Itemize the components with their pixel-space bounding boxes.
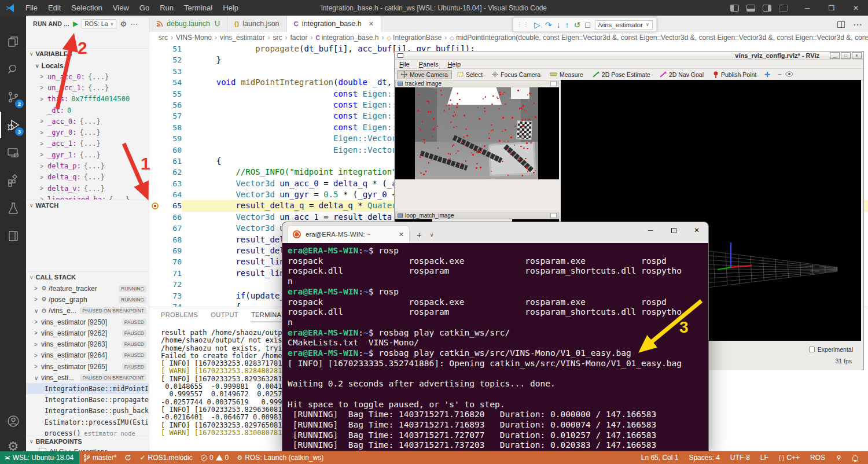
- editor-more-icon[interactable]: ⋯: [853, 19, 862, 30]
- chevron-icon[interactable]: >: [34, 330, 41, 336]
- stop-icon[interactable]: □: [585, 20, 590, 30]
- breakpoint-gutter[interactable]: [149, 212, 161, 223]
- callstack-section-header[interactable]: ∨CALL STACK: [26, 271, 149, 282]
- rviz-close-button[interactable]: x: [852, 52, 862, 59]
- source-control-icon[interactable]: 2: [0, 84, 26, 111]
- remote-explorer-icon[interactable]: [0, 139, 26, 166]
- language-mode-item[interactable]: { }C++: [775, 454, 804, 462]
- terminal-tab[interactable]: era@ERA-MS-WIN: ~ ✕: [287, 225, 410, 243]
- menu-selection[interactable]: Selection: [66, 0, 107, 16]
- watch-section-header[interactable]: ∨WATCH: [26, 200, 149, 211]
- debug-target-select[interactable]: /vins_estimator∨: [595, 20, 653, 30]
- variable-row[interactable]: >delta_p:{...}: [26, 160, 149, 171]
- menu-run[interactable]: Run: [155, 0, 179, 16]
- more-actions-icon[interactable]: ⋯: [130, 20, 138, 28]
- breakpoint-gutter[interactable]: [149, 54, 161, 65]
- breadcrumb-item[interactable]: factor: [290, 34, 307, 42]
- tab-dropdown-icon[interactable]: ∨: [430, 232, 434, 238]
- drag-handle-icon[interactable]: ⋮⋮: [517, 21, 529, 28]
- maximize-button[interactable]: ❐: [819, 0, 844, 16]
- menu-edit[interactable]: Edit: [43, 0, 66, 16]
- panel-tab-terminal[interactable]: TERMINAL: [251, 307, 285, 322]
- rviz-titlebar[interactable]: vins_rviz_config.rviz* - RViz _ □ x: [395, 51, 863, 60]
- extensions-icon[interactable]: [0, 167, 26, 194]
- menu-help[interactable]: Help: [218, 0, 244, 16]
- variable-row[interactable]: >_gyr_0:{...}: [26, 127, 149, 138]
- breakpoint-gutter[interactable]: [149, 178, 161, 189]
- step-over-icon[interactable]: ↷: [545, 20, 552, 30]
- chevron-icon[interactable]: >: [40, 130, 47, 136]
- test-explorer-icon[interactable]: [0, 195, 26, 222]
- panel-tab-problems[interactable]: PROBLEMS: [161, 307, 198, 322]
- remote-indicator[interactable]: ><WSL: Ubuntu-18.04: [0, 451, 79, 464]
- breakpoint-row[interactable]: All C++ Exceptions: [26, 446, 149, 451]
- ros-launch-item[interactable]: ⚙ROS: Launch (catkin_ws): [233, 454, 328, 462]
- continue-icon[interactable]: ▷: [534, 20, 540, 30]
- cursor-position-item[interactable]: Ln 65, Col 1: [637, 454, 683, 462]
- chevron-icon[interactable]: >: [40, 118, 47, 124]
- breakpoint-gutter[interactable]: [149, 145, 161, 156]
- breakpoint-gutter[interactable]: [149, 43, 161, 54]
- breakpoints-section-header[interactable]: ∨BREAKPOINTS: [26, 436, 149, 447]
- variable-row[interactable]: >delta_v:{...}: [26, 183, 149, 194]
- eol-item[interactable]: LF: [756, 454, 773, 462]
- menu-terminal[interactable]: Terminal: [179, 0, 218, 16]
- search-icon[interactable]: [0, 56, 26, 83]
- measure-tool[interactable]: Measure: [546, 70, 587, 79]
- pin-icon[interactable]: [832, 455, 846, 461]
- chevron-icon[interactable]: >: [34, 319, 41, 325]
- breadcrumb-item[interactable]: src: [159, 34, 168, 42]
- stack-frame[interactable]: IntegrationBase::propagate(c: [26, 394, 149, 405]
- breakpoint-gutter[interactable]: [149, 245, 161, 256]
- breakpoint-gutter[interactable]: [149, 301, 161, 307]
- chevron-icon[interactable]: >: [40, 174, 47, 181]
- breakpoint-gutter[interactable]: [149, 290, 161, 301]
- panel-tab-output[interactable]: OUTPUT: [211, 307, 238, 322]
- breadcrumb-item[interactable]: ◇IntegrationBase: [387, 34, 442, 42]
- breakpoint-gutter[interactable]: [149, 167, 161, 178]
- encoding-item[interactable]: UTF-8: [726, 454, 754, 462]
- variable-row[interactable]: >linearized_ba:{...}: [26, 194, 149, 200]
- rviz-visibility-icon[interactable]: [785, 71, 793, 78]
- integrated-terminal-output[interactable]: result path /home/shaozu/output///home/s…: [161, 329, 299, 437]
- tab-close-icon[interactable]: ✕: [369, 20, 374, 28]
- breakpoint-gutter[interactable]: [149, 189, 161, 200]
- variable-row[interactable]: >_acc_0:{...}: [26, 116, 149, 127]
- float-panel-icon[interactable]: [550, 81, 557, 86]
- explorer-icon[interactable]: [0, 28, 26, 55]
- breakpoint-gutter[interactable]: [149, 223, 161, 234]
- chevron-icon[interactable]: >: [40, 163, 47, 170]
- move-camera-tool[interactable]: Move Camera: [397, 70, 452, 79]
- callstack-thread[interactable]: ∨⚙/vins_e...PAUSED ON BREAKPOINT: [26, 305, 149, 316]
- toggle-sidebar-icon[interactable]: [730, 5, 739, 12]
- breakpoint-gutter[interactable]: [149, 268, 161, 279]
- toggle-secondary-sidebar-icon[interactable]: [763, 5, 771, 12]
- stack-frame[interactable]: IntegrationBase::midPointInt: [26, 383, 149, 394]
- breakpoint-gutter[interactable]: [149, 77, 161, 88]
- variable-row[interactable]: >this:0x7fffd4014500: [26, 94, 149, 105]
- breadcrumb-item[interactable]: src: [273, 34, 282, 42]
- breakpoint-gutter[interactable]: [149, 200, 161, 211]
- notebook-icon[interactable]: [0, 223, 26, 249]
- breadcrumb-item[interactable]: Cintegration_base.h: [315, 34, 378, 42]
- rviz-menu-panels[interactable]: Panels: [419, 61, 439, 68]
- rviz-maximize-button[interactable]: □: [841, 52, 851, 59]
- close-button[interactable]: ✕: [844, 0, 868, 16]
- restart-icon[interactable]: ↺: [574, 20, 581, 30]
- chevron-icon[interactable]: >: [40, 73, 47, 80]
- callstack-thread[interactable]: >⚙/feature_trackerRUNNING: [26, 283, 149, 294]
- chevron-icon[interactable]: >: [40, 96, 47, 102]
- minimize-button[interactable]: ─: [795, 0, 819, 16]
- customize-layout-icon[interactable]: [779, 5, 788, 12]
- terminal-titlebar[interactable]: era@ERA-MS-WIN: ~ ✕ + ∨ ─ ✕: [282, 222, 708, 243]
- variable-row[interactable]: >_gyr_1:{...}: [26, 149, 149, 160]
- breakpoint-gutter[interactable]: [149, 66, 161, 77]
- chevron-icon[interactable]: >: [40, 185, 47, 192]
- rviz-add-icon[interactable]: ✛: [762, 71, 773, 79]
- ros-distro-item[interactable]: ✓ROS1.melodic: [135, 454, 196, 462]
- step-into-icon[interactable]: ↓: [557, 20, 561, 30]
- tab-integration_base.h[interactable]: Cintegration_base.h✕: [287, 16, 381, 32]
- rviz-menu-help[interactable]: Help: [447, 61, 461, 68]
- terminal-content[interactable]: era@ERA-MS-WIN:~$ rosprospack rospack.ex…: [288, 246, 706, 450]
- rviz-remove-icon[interactable]: −: [774, 71, 784, 79]
